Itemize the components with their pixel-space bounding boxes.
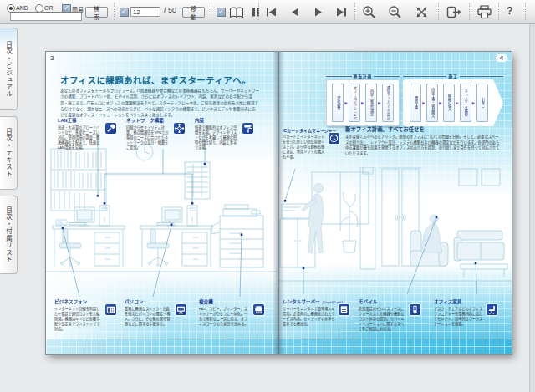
flow-group-build: 施工 電気工事 ▶ 内装工事・家具搬入 ▶ 機器の導入 ▶ ネットワーク構築 ▶… [403, 73, 503, 126]
callout-ic-card-body: ICカードとインターネットを使った新しい勤怠管理システム。あらゆる勤務形態に対応… [283, 135, 325, 160]
go-to-page-button[interactable]: 移動 [182, 7, 205, 18]
callout-office-furniture: オフィス家具 デスク・チェアなどのオフィスファニチャーを業務内容に応じてセレクト… [434, 298, 497, 327]
toolbar-divider [114, 3, 115, 20]
paint-roller-icon [242, 123, 253, 134]
callout-ic-card: ICカードタイムマネージャー ICカードとインターネットを使った新しい勤怠管理シ… [283, 127, 339, 160]
callout-copier-body: FAX、コピー、プリンター、スキャナーがひとつに一体化。一台で多彩なニーズに応え… [199, 307, 250, 327]
office-lineart-left [46, 135, 278, 301]
callout-lan-body: 高速・大容量のブロードバンドなど、多様なニーズに対応。使用環境の調査・関連機器の… [58, 125, 102, 150]
flow-step: 通信ネットワーク設計 [382, 84, 394, 122]
and-label: AND [16, 5, 28, 11]
callout-mobile: モバイル 携帯電話のビジネスユースにフォーカスした機器や最適なコスト体系の提案。… [359, 298, 420, 332]
page-number-left: 3 [50, 54, 54, 62]
page3-bottom-band [46, 339, 278, 354]
relocation-flow-diagram: 移転計画 現状調査 ▶ オフィスプランニング ▶ 内装・家具の選定 ▶ 通信ネッ… [326, 73, 503, 126]
flow-plan-label: 移転計画 [326, 73, 400, 79]
callout-pc: パソコン 業務に最適なスペック・台数を揃えたパソコンの選定・導入。さらに、その後… [125, 298, 186, 327]
clock-icon [329, 133, 339, 144]
toolbar-divider [438, 3, 439, 20]
callout-mobile-body: 携帯電話のビジネスユースにフォーカスした機器や最適なコスト体系の提案。モバイルソ… [359, 307, 406, 332]
callout-business-phone: ビジネスフォン インターネット回線を利用したIP電話で通信コストを大幅削減。機器… [54, 298, 116, 332]
right-edge-strip [529, 23, 535, 392]
server-icon [339, 304, 349, 315]
flow-step: オフィスプランニング [349, 84, 360, 122]
spread-gutter [273, 52, 284, 354]
page-sync-checkbox[interactable] [120, 8, 129, 17]
or-label: OR [44, 5, 54, 11]
previous-page-icon[interactable] [290, 7, 300, 17]
flow-arrow-icon: ▶ [422, 101, 425, 105]
flow-group-plan: 移転計画 現状調査 ▶ オフィスプランニング ▶ 内装・家具の選定 ▶ 通信ネッ… [326, 73, 400, 126]
search-input[interactable] [10, 12, 82, 21]
flow-step: 引渡し [476, 84, 488, 122]
callout-interior: 内装 快適で機能的なオフィス空間を実現。デザインやコストなどを考慮して最適な照明… [195, 117, 253, 150]
first-page-icon[interactable] [265, 7, 277, 17]
page-left[interactable]: 3 オフィスに課題あれば、まずスターティアへ。 あなたのオフィスをトータルプロデ… [46, 52, 278, 354]
flow-arrow-icon: ▶ [344, 101, 348, 105]
tab-toc-visual[interactable]: 目次・ビジュアル [0, 28, 18, 110]
tab-toc-text[interactable]: 目次・テキスト [0, 116, 18, 190]
flow-arrow-icon: ▶ [439, 101, 442, 105]
network-icon [174, 123, 185, 134]
search-button[interactable]: 検索 [85, 7, 108, 18]
flow-step: 内装工事・家具搬入 [426, 84, 438, 122]
callout-interior-body: 快適で機能的なオフィス空間を実現。デザインやコストなどを考慮して最適な照明や間仕… [195, 125, 239, 150]
page3-intro-text: あなたのオフィスをトータルプロデュース。IT関連機器や複合機などの事務機器はもち… [60, 88, 259, 119]
book-spread: 3 オフィスに課題あれば、まずスターティアへ。 あなたのオフィスをトータルプロデ… [46, 52, 512, 354]
spread-mode-checkbox[interactable] [217, 8, 226, 17]
book-view-icon[interactable] [226, 4, 247, 19]
next-page-icon[interactable] [313, 7, 324, 17]
exit-window-icon[interactable] [446, 5, 462, 18]
print-icon[interactable] [476, 4, 492, 19]
tab-toc-list[interactable]: 目次・付属リスト [0, 196, 18, 274]
flow-plan-box: 現状調査 ▶ オフィスプランニング ▶ 内装・家具の選定 ▶ 通信ネットワーク設… [326, 79, 400, 126]
zoom-in-icon[interactable] [361, 4, 376, 19]
page-total-label: / 50 [164, 6, 176, 14]
new-office-section: 新オフィス計画、すべてお任せを まずは働く方々へのヒアリング。理想のオフィスにつ… [345, 125, 501, 157]
page-number-input[interactable] [130, 7, 160, 17]
pan-move-icon[interactable] [414, 4, 429, 19]
pause-autoflip-icon[interactable] [251, 7, 261, 17]
flow-arrow-icon: ▶ [456, 101, 459, 105]
callout-copier: 複合機 FAX、コピー、プリンター、スキャナーがひとつに一体化。一台で多彩なニー… [199, 298, 264, 327]
flow-arrow-icon: ▶ [378, 101, 381, 105]
office-lineart-right [278, 167, 512, 294]
page3-headline: オフィスに課題あれば、まずスターティアへ。 [60, 74, 251, 86]
mobile-icon [410, 304, 420, 315]
last-page-icon[interactable] [335, 7, 347, 17]
tab-toc-visual-label: 目次・ビジュアル [4, 41, 13, 98]
callout-business-phone-body: インターネット回線を利用したIP電話で通信コストを大幅削減。機器はNTTなど各種… [54, 307, 102, 332]
tab-toc-text-label: 目次・テキスト [4, 128, 13, 178]
callout-ic-card-title: ICカードタイムマネージャー [283, 127, 339, 133]
page4-bottom-band [278, 339, 512, 354]
callout-pc-body: 業務に最適なスペック・台数を揃えたパソコンの選定・導入。さらに、その後の保守管理… [125, 307, 172, 327]
flow-step: 内装・家具の選定 [365, 84, 377, 122]
help-button[interactable]: ? [507, 5, 512, 17]
page-right[interactable]: 4 移転計画 現状調査 ▶ オフィスプランニング ▶ 内装・家具の選定 ▶ 通信… [278, 52, 512, 354]
copier-icon [253, 304, 264, 315]
callout-rental-server: レンタルサーバー（Digit@Link） サーバーをレンタルで簡単導入&活用。企… [283, 298, 349, 327]
toolbar-divider [498, 3, 499, 20]
flow-arrow-icon: ▶ [472, 101, 476, 105]
toolbar-divider [211, 3, 211, 20]
zoom-out-icon[interactable] [387, 4, 402, 19]
flow-build-box: 電気工事 ▶ 内装工事・家具搬入 ▶ 機器の導入 ▶ ネットワーク構築 ▶ 引渡… [403, 79, 503, 126]
callout-rental-server-body: サーバーをレンタルで簡単導入&活用。企業向けに最適化されたサービス内容。セキュリ… [283, 307, 335, 327]
tab-toc-list-label: 目次・付属リスト [4, 206, 13, 263]
new-office-section-title: 新オフィス計画、すべてお任せを [345, 125, 501, 133]
flow-step: 現状調査 [332, 84, 344, 122]
business-phone-icon [105, 304, 116, 315]
page-number-right: 4 [496, 54, 507, 62]
flow-step: 機器の導入 [443, 84, 455, 122]
pc-icon [176, 304, 186, 315]
toolbar-divider [469, 3, 470, 20]
new-office-section-body: まずは働く方々へのヒアリング。理想のオフィスについての問題を分析。そして、必要な… [345, 135, 501, 157]
flow-step: 電気工事 [410, 84, 421, 122]
callout-network: ネットワーク構築 回線からセキュリティ対策、拠点間通信をVPNでお客様のニーズに… [126, 117, 185, 150]
flow-step: ネットワーク構築 [460, 84, 471, 122]
wrench-icon [105, 123, 116, 134]
toolbar-divider [525, 3, 526, 20]
callout-lan: LAN工事 高速・大容量のブロードバンドなど、多様なニーズに対応。使用環境の調査… [58, 117, 116, 150]
viewer-toolbar: AND OR 簡易 検索 / 50 移動 [0, 0, 535, 24]
flow-build-label: 施工 [403, 73, 503, 79]
